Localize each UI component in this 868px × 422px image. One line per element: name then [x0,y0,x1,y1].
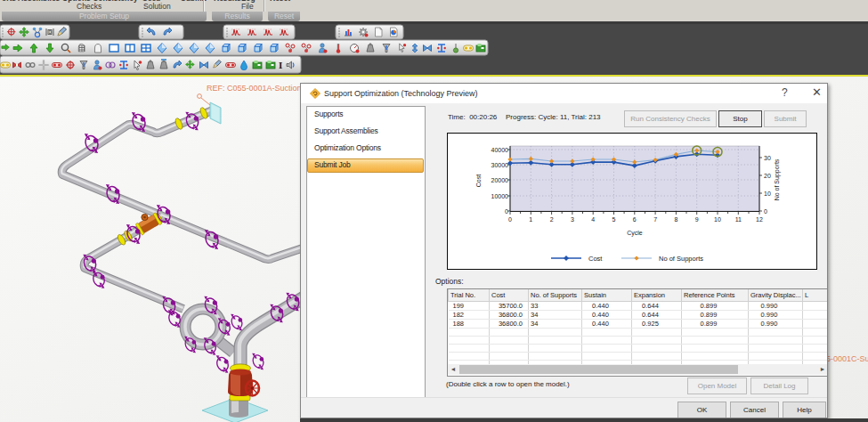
svg-text:10: 10 [764,191,771,197]
svg-text:I: I [279,60,282,70]
svg-text:3: 3 [571,216,574,223]
svg-text:20000: 20000 [491,177,509,183]
svg-text:Cost: Cost [475,174,482,187]
svg-text:0: 0 [764,208,767,215]
svg-text:8: 8 [674,216,677,223]
svg-text:No of Supports: No of Supports [774,158,781,200]
svg-text:9: 9 [695,216,699,223]
svg-text:12: 12 [756,216,763,223]
svg-text:10000: 10000 [491,193,509,199]
svg-text:Cost: Cost [588,255,603,263]
svg-text:1: 1 [529,216,532,223]
svg-text:30: 30 [764,155,771,161]
svg-text:30000: 30000 [491,162,509,168]
svg-text:2: 2 [550,216,554,223]
svg-text:No of Supports: No of Supports [659,255,703,263]
svg-text:Cycle: Cycle [627,230,643,237]
svg-text:20: 20 [764,173,771,179]
svg-text:0: 0 [508,216,512,223]
svg-text:7: 7 [653,216,657,223]
svg-text:4: 4 [591,216,595,223]
svg-text:0: 0 [505,208,508,215]
svg-text:40000: 40000 [491,147,509,153]
svg-text:6: 6 [633,216,637,223]
svg-text:5: 5 [612,216,616,223]
svg-text:10: 10 [714,216,721,223]
svg-text:11: 11 [735,216,742,223]
